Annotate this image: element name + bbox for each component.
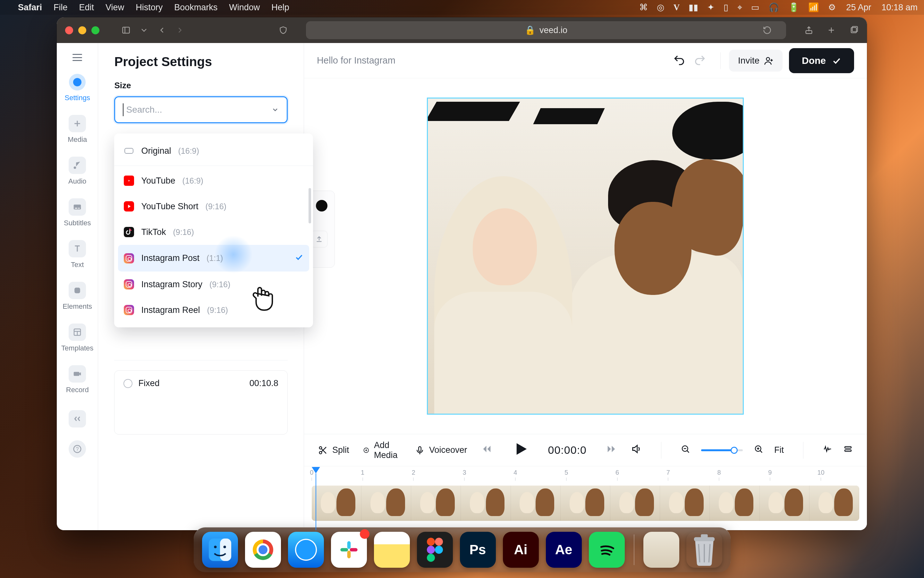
canvas-area[interactable]	[304, 78, 867, 434]
menubar-help[interactable]: Help	[271, 3, 289, 13]
skip-forward-button[interactable]	[606, 443, 617, 457]
skip-back-button[interactable]	[481, 443, 492, 457]
rail-item-text[interactable]: Text	[69, 240, 86, 269]
canvas-frame[interactable]	[427, 97, 744, 415]
menubar-app-name[interactable]: Safari	[18, 3, 42, 13]
rail-menu-item[interactable]	[73, 54, 82, 61]
video-track[interactable]	[312, 485, 859, 521]
timeline-ruler[interactable]: 0 1 2 3 4 5 6 7 8 9 10	[312, 469, 859, 484]
new-tab-icon[interactable]	[827, 25, 836, 35]
size-option-instagram-post[interactable]: Instagram Post (1:1)	[118, 245, 309, 271]
dock-app-slack[interactable]	[331, 532, 367, 568]
play-button[interactable]	[511, 440, 529, 460]
rail-item-media[interactable]: Media	[68, 115, 87, 144]
svg-point-41	[296, 540, 316, 560]
tabs-overview-icon[interactable]	[849, 25, 859, 35]
upload-background-button[interactable]	[311, 231, 327, 247]
window-close-button[interactable]	[65, 26, 73, 34]
svg-rect-37	[220, 539, 231, 561]
status-icon[interactable]: ◎	[657, 2, 665, 13]
battery-icon[interactable]: 🔋	[788, 2, 799, 13]
menubar-time[interactable]: 10:18 am	[881, 3, 918, 13]
toolbar-dropdown-icon[interactable]	[139, 25, 149, 35]
undo-button[interactable]	[673, 54, 685, 67]
zoom-out-button[interactable]	[681, 444, 690, 456]
rail-label: Record	[66, 386, 89, 394]
dock-app-illustrator[interactable]: Ai	[503, 532, 539, 568]
split-button[interactable]: Split	[318, 445, 349, 455]
status-icon[interactable]: ⌘	[639, 2, 648, 13]
menubar-edit[interactable]: Edit	[79, 3, 94, 13]
svg-rect-44	[347, 551, 351, 559]
menubar-file[interactable]: File	[53, 3, 68, 13]
privacy-shield-icon[interactable]	[278, 25, 288, 35]
bluetooth-icon[interactable]: ⌖	[737, 3, 742, 13]
timeline[interactable]: 0 1 2 3 4 5 6 7 8 9 10	[304, 466, 867, 530]
project-name[interactable]: Hello for Instagram	[317, 55, 395, 66]
zoom-fit-button[interactable]: Fit	[774, 445, 784, 455]
zoom-slider[interactable]	[701, 449, 743, 451]
dock-app-chrome[interactable]	[245, 532, 281, 568]
rail-item-collapse[interactable]	[69, 410, 86, 427]
display-icon[interactable]: ▭	[751, 2, 759, 13]
nav-back-icon[interactable]	[157, 25, 167, 35]
headphones-icon[interactable]: 🎧	[769, 2, 779, 13]
address-bar[interactable]: 🔒 veed.io	[306, 21, 786, 39]
status-icon[interactable]: ▮▮	[689, 2, 698, 13]
reload-icon[interactable]	[762, 25, 772, 35]
dock-app-safari[interactable]	[288, 532, 324, 568]
dock-app-notes[interactable]	[374, 532, 410, 568]
redo-button[interactable]	[694, 54, 706, 67]
size-option-youtube[interactable]: YouTube (16:9)	[114, 168, 313, 193]
window-fullscreen-button[interactable]	[91, 26, 99, 34]
rail-item-subtitles[interactable]: Subtitles	[64, 198, 91, 227]
dock-recent-file[interactable]	[643, 532, 679, 568]
add-media-button[interactable]: Add Media	[363, 440, 401, 460]
rail-item-record[interactable]: Record	[66, 365, 89, 394]
radio-fixed[interactable]	[123, 379, 133, 388]
menubar-view[interactable]: View	[105, 3, 124, 13]
menubar-history[interactable]: History	[136, 3, 163, 13]
menubar-bookmarks[interactable]: Bookmarks	[174, 3, 217, 13]
timecode: 00:00:0	[548, 444, 587, 456]
menubar-date[interactable]: 25 Apr	[846, 3, 871, 13]
voiceover-button[interactable]: Voiceover	[415, 445, 467, 455]
dock-app-aftereffects[interactable]: Ae	[546, 532, 582, 568]
invite-button[interactable]: Invite	[729, 50, 783, 71]
nav-forward-icon[interactable]	[175, 25, 185, 35]
size-option-youtube-short[interactable]: YouTube Short (9:16)	[114, 193, 313, 219]
rail-item-settings[interactable]: Settings	[65, 74, 90, 102]
rail-item-help[interactable]: ?	[69, 440, 86, 458]
dock-app-finder[interactable]	[202, 532, 238, 568]
window-minimize-button[interactable]	[78, 26, 86, 34]
dropdown-scrollbar[interactable]	[309, 188, 311, 223]
size-option-original[interactable]: Original (16:9)	[114, 138, 313, 164]
size-option-tiktok[interactable]: TikTok (9:16)	[114, 219, 313, 245]
rail-item-audio[interactable]: Audio	[68, 157, 86, 185]
dock-trash[interactable]	[686, 532, 722, 568]
control-center-icon[interactable]: ⚙	[828, 2, 836, 13]
dock-app-photoshop[interactable]: Ps	[460, 532, 496, 568]
status-icon[interactable]: ▯	[723, 2, 728, 13]
status-icon[interactable]: ✦	[707, 2, 715, 13]
size-option-instagram-story[interactable]: Instagram Story (9:16)	[114, 271, 313, 297]
rail-item-templates[interactable]: Templates	[61, 323, 93, 352]
sidebar-toggle-icon[interactable]	[121, 25, 131, 35]
option-ratio: (9:16)	[173, 227, 194, 237]
volume-button[interactable]	[631, 443, 642, 457]
share-icon[interactable]	[804, 25, 814, 35]
playhead[interactable]	[312, 467, 320, 530]
menubar-window[interactable]: Window	[229, 3, 260, 13]
size-option-instagram-reel[interactable]: Instagram Reel (9:16)	[114, 297, 313, 323]
size-search-input[interactable]: Search...	[114, 96, 287, 123]
zoom-in-button[interactable]	[754, 444, 763, 456]
wifi-icon[interactable]: 📶	[808, 2, 819, 13]
color-swatch-black[interactable]	[316, 200, 327, 211]
done-button[interactable]: Done	[789, 48, 854, 73]
dock-app-figma[interactable]	[417, 532, 453, 568]
dock-app-spotify[interactable]	[589, 532, 625, 568]
status-icon[interactable]: V	[673, 3, 680, 13]
waveform-toggle[interactable]	[823, 444, 832, 456]
rail-item-elements[interactable]: Elements	[63, 282, 92, 311]
timeline-settings-button[interactable]	[843, 444, 853, 456]
